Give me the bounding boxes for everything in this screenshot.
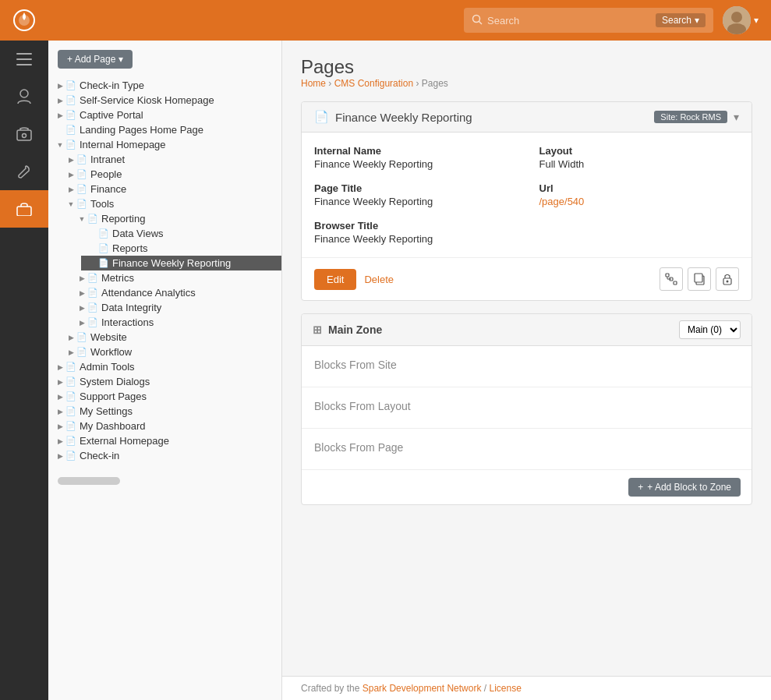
sidebar-label: Intranet: [90, 154, 125, 165]
tree-toggle-self-service: ▶: [55, 95, 65, 106]
detail-card-footer: Edit Delete: [302, 257, 752, 300]
sidebar-item-finance-weekly[interactable]: 📄 Finance Weekly Reporting: [81, 256, 281, 270]
page-icon: 📄: [76, 199, 87, 210]
sidebar-item-reporting[interactable]: ▼ 📄 Reporting: [70, 211, 281, 226]
sidebar-item-tools[interactable]: ▼ 📄 Tools: [59, 196, 281, 211]
page-icon: 📄: [76, 169, 87, 180]
page-icon: 📄: [98, 243, 109, 254]
sidebar-item-attendance-analytics[interactable]: ▶ 📄 Attendance Analytics: [70, 285, 281, 300]
nav-briefcase-icon[interactable]: [0, 190, 48, 228]
tree-toggle-captive: ▶: [55, 110, 65, 121]
app-logo[interactable]: [0, 0, 48, 41]
sidebar-item-self-service[interactable]: ▶ 📄 Self-Service Kiosk Homepage: [48, 93, 281, 108]
nav-finance-icon[interactable]: [0, 115, 48, 153]
sidebar-item-internal-homepage[interactable]: ▼ 📄 Internal Homepage: [48, 137, 281, 152]
copy-icon-button[interactable]: [688, 267, 711, 291]
tree-toggle-attendance: ▶: [76, 288, 87, 299]
tree-toggle-reporting: ▼: [76, 214, 87, 224]
page-icon: 📄: [65, 80, 76, 91]
tree-toggle-my-settings: ▶: [55, 406, 65, 417]
search-caret-icon: ▾: [695, 15, 699, 26]
sidebar-item-website[interactable]: ▶ 📄 Website: [59, 330, 281, 345]
sidebar-label: Metrics: [101, 272, 134, 284]
sidebar-item-workflow[interactable]: ▶ 📄 Workflow: [59, 345, 281, 359]
svg-rect-3: [16, 58, 32, 60]
tree-toggle-system: ▶: [55, 377, 65, 387]
add-block-button[interactable]: + + Add Block to Zone: [628, 478, 741, 497]
tree-toggle-intranet: ▶: [65, 154, 76, 165]
sidebar-item-support-pages[interactable]: ▶ 📄 Support Pages: [48, 389, 281, 404]
tree-toggle-tools: ▼: [65, 199, 76, 210]
tree-toggle-people: ▶: [65, 169, 76, 180]
grid-icon: ⊞: [313, 323, 322, 336]
tree-toggle-metrics: ▶: [76, 273, 87, 284]
page-icon: 📄: [65, 110, 76, 121]
breadcrumb: Home › CMS Configuration › Pages: [301, 78, 752, 89]
blocks-from-layout-section: Blocks From Layout: [302, 387, 752, 429]
edit-button[interactable]: Edit: [314, 269, 356, 290]
sidebar-item-people[interactable]: ▶ 📄 People: [59, 167, 281, 182]
page-title-field: Page Title Finance Weekly Reporting: [314, 182, 515, 207]
url-link[interactable]: /page/540: [539, 196, 585, 207]
tree-toggle-finance: ▶: [65, 184, 76, 195]
sidebar-item-captive-portal[interactable]: ▶ 📄 Captive Portal: [48, 108, 281, 122]
breadcrumb-home[interactable]: Home: [301, 78, 326, 89]
sidebar-item-my-dashboard[interactable]: ▶ 📄 My Dashboard: [48, 419, 281, 433]
tree-toggle-admin: ▶: [55, 362, 65, 373]
nav-menu-icon[interactable]: [0, 41, 48, 78]
browser-title-field: Browser Title Finance Weekly Reporting: [314, 220, 515, 245]
zone-footer: + + Add Block to Zone: [302, 470, 752, 504]
breadcrumb-current: Pages: [422, 78, 448, 89]
sidebar-label: Data Views: [112, 228, 164, 239]
sidebar-item-metrics[interactable]: ▶ 📄 Metrics: [70, 270, 281, 285]
sidebar-item-data-integrity[interactable]: ▶ 📄 Data Integrity: [70, 300, 281, 315]
sidebar-item-intranet[interactable]: ▶ 📄 Intranet: [59, 152, 281, 167]
sidebar-item-finance[interactable]: ▶ 📄 Finance: [59, 182, 281, 196]
tree-toggle-check-in: ▶: [55, 451, 65, 461]
hierarchy-icon-button[interactable]: [660, 267, 683, 291]
sidebar-item-interactions[interactable]: ▶ 📄 Interactions: [70, 315, 281, 330]
search-input[interactable]: [487, 15, 656, 27]
zone-select[interactable]: Main (0): [679, 320, 741, 339]
breadcrumb-cms[interactable]: CMS Configuration: [334, 78, 413, 89]
nav-wrench-icon[interactable]: [0, 153, 48, 190]
sidebar-item-admin-tools[interactable]: ▶ 📄 Admin Tools: [48, 359, 281, 374]
license-link[interactable]: License: [489, 683, 521, 694]
page-icon: 📄: [87, 317, 98, 328]
site-badge: Site: Rock RMS: [654, 111, 727, 123]
search-button[interactable]: Search ▾: [656, 13, 706, 27]
sidebar-label: Workflow: [90, 346, 132, 358]
page-icon: 📄: [65, 140, 76, 150]
sidebar-item-data-views[interactable]: 📄 Data Views: [81, 226, 281, 241]
avatar-caret-icon[interactable]: ▾: [754, 15, 759, 26]
nav-person-icon[interactable]: [0, 78, 48, 115]
page-icon: 📄: [98, 258, 109, 269]
sidebar-label: Self-Service Kiosk Homepage: [80, 94, 214, 106]
sidebar-label: Finance Weekly Reporting: [112, 257, 231, 269]
sidebar-item-landing-pages[interactable]: 📄 Landing Pages Home Page: [48, 122, 281, 137]
sidebar-item-check-in[interactable]: ▶ 📄 Check-in: [48, 448, 281, 463]
search-box: Search ▾: [464, 8, 713, 33]
user-avatar[interactable]: [723, 6, 751, 34]
svg-point-22: [727, 281, 729, 283]
delete-link[interactable]: Delete: [364, 274, 394, 285]
tree-toggle-external: ▶: [55, 436, 65, 447]
lock-icon-button[interactable]: [716, 267, 739, 291]
page-icon: 📄: [65, 95, 76, 106]
spark-network-link[interactable]: Spark Development Network: [363, 683, 482, 694]
blocks-from-page-section: Blocks From Page: [302, 429, 752, 470]
sidebar-item-reports[interactable]: 📄 Reports: [81, 241, 281, 256]
sidebar-item-external-homepage[interactable]: ▶ 📄 External Homepage: [48, 433, 281, 448]
collapse-chevron-icon[interactable]: ▾: [734, 111, 739, 123]
sidebar-item-check-in-type[interactable]: ▶ 📄 Check-in Type: [48, 78, 281, 93]
svg-rect-4: [16, 64, 32, 65]
sidebar-item-my-settings[interactable]: ▶ 📄 My Settings: [48, 404, 281, 419]
sidebar-item-system-dialogs[interactable]: ▶ 📄 System Dialogs: [48, 374, 281, 389]
sidebar-label: Support Pages: [80, 391, 147, 402]
tree-toggle-workflow: ▶: [65, 347, 76, 358]
tree-toggle-website: ▶: [65, 332, 76, 343]
add-page-button[interactable]: + Add Page ▾: [58, 50, 133, 69]
page-icon: 📄: [65, 421, 76, 432]
svg-rect-16: [674, 281, 677, 285]
page-title: Pages: [301, 56, 752, 78]
